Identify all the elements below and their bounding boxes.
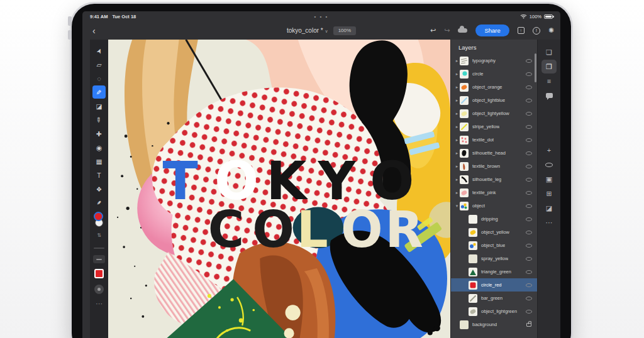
visibility-eye-icon[interactable] bbox=[526, 178, 532, 182]
layer-disclosure-icon[interactable]: ▸ bbox=[454, 72, 460, 77]
visibility-eye-icon[interactable] bbox=[526, 125, 532, 129]
more-options-button[interactable]: ⋯ bbox=[541, 215, 557, 229]
layer-thumbnail[interactable] bbox=[460, 123, 469, 131]
color-chips[interactable] bbox=[92, 212, 106, 228]
layer-row-textile_brown[interactable]: ▸textile_brown bbox=[451, 160, 537, 173]
layer-disclosure-icon[interactable]: ▸ bbox=[454, 164, 460, 169]
settings-gear-icon[interactable]: ✺ bbox=[548, 27, 554, 34]
eraser-tool[interactable]: ◪ bbox=[92, 99, 106, 112]
layer-thumbnail[interactable] bbox=[469, 281, 477, 290]
layer-thumbnail[interactable] bbox=[469, 241, 477, 250]
swap-colors-icon[interactable]: ⇅ bbox=[92, 229, 106, 242]
clone-stamp-tool[interactable]: ◉ bbox=[92, 141, 106, 154]
visibility-eye-icon[interactable] bbox=[526, 191, 532, 195]
visibility-eye-icon[interactable] bbox=[526, 72, 532, 76]
layer-disclosure-icon[interactable]: ▾ bbox=[454, 204, 460, 209]
layer-thumbnail[interactable] bbox=[469, 254, 477, 263]
visibility-eye-icon[interactable] bbox=[526, 138, 532, 142]
layer-disclosure-icon[interactable]: ▸ bbox=[454, 190, 460, 195]
cloud-sync-icon[interactable] bbox=[458, 28, 467, 33]
transform-tool[interactable]: ▱ bbox=[92, 58, 106, 71]
visibility-eye-icon[interactable] bbox=[526, 204, 532, 208]
crop-tool[interactable]: ▦ bbox=[92, 155, 106, 168]
layer-thumbnail[interactable] bbox=[469, 228, 477, 237]
visibility-eye-icon[interactable] bbox=[526, 270, 532, 274]
layer-row-object_orange[interactable]: ▸object_orange bbox=[451, 80, 537, 94]
redo-button[interactable]: ↪ bbox=[444, 27, 450, 34]
layer-thumbnail[interactable] bbox=[460, 70, 469, 79]
healing-tool[interactable]: ✚ bbox=[92, 127, 106, 140]
layer-thumbnail[interactable] bbox=[460, 96, 469, 105]
layer-disclosure-icon[interactable]: ▸ bbox=[454, 138, 460, 143]
layer-thumbnail[interactable] bbox=[460, 188, 469, 197]
layer-row-object_lightgreen[interactable]: object_lightgreen bbox=[451, 305, 537, 318]
layer-thumbnail[interactable] bbox=[460, 320, 469, 329]
layer-disclosure-icon[interactable]: ▸ bbox=[454, 177, 460, 182]
share-button[interactable]: Share bbox=[475, 25, 509, 36]
visibility-eye-icon[interactable] bbox=[526, 283, 532, 287]
layer-thumbnail[interactable] bbox=[460, 162, 469, 171]
layer-disclosure-icon[interactable]: ▸ bbox=[454, 98, 460, 103]
shapes-tool[interactable]: ❖ bbox=[92, 182, 106, 195]
visibility-button[interactable] bbox=[541, 158, 557, 172]
move-tool[interactable]: ➤ bbox=[92, 44, 106, 57]
layer-thumbnail[interactable] bbox=[460, 83, 469, 92]
touch-shortcut-button[interactable] bbox=[94, 285, 104, 294]
layers-compact-view-button[interactable]: ❏ bbox=[541, 45, 557, 59]
layer-thumbnail[interactable] bbox=[460, 175, 469, 184]
layer-row-dripping[interactable]: dripping bbox=[451, 212, 537, 226]
layer-disclosure-icon[interactable]: ▸ bbox=[454, 85, 460, 90]
layer-disclosure-icon[interactable]: ▸ bbox=[454, 124, 460, 129]
brush-settings-button[interactable] bbox=[93, 255, 105, 263]
layer-mask-button[interactable]: ▣ bbox=[541, 172, 557, 186]
layer-disclosure-icon[interactable]: ▸ bbox=[454, 111, 460, 116]
layer-row-object_yellow[interactable]: object_yellow bbox=[451, 226, 537, 239]
layer-row-stripe_yellow[interactable]: ▸stripe_yellow bbox=[451, 120, 537, 133]
visibility-eye-icon[interactable] bbox=[526, 99, 532, 102]
layer-thumbnail[interactable] bbox=[460, 109, 469, 118]
back-button[interactable]: ‹ bbox=[89, 26, 99, 35]
layer-row-object_lightblue[interactable]: ▸object_lightblue bbox=[451, 94, 537, 107]
layer-row-textile_pink[interactable]: ▸textile_pink bbox=[451, 186, 537, 199]
current-color-swatch[interactable] bbox=[94, 269, 104, 278]
layer-row-silhouette_head[interactable]: ▸silhouette_head bbox=[451, 146, 537, 160]
layer-thumbnail[interactable] bbox=[469, 307, 477, 316]
layer-row-spray_yellow[interactable]: spray_yellow bbox=[451, 252, 537, 265]
layer-row-triangle_green[interactable]: triangle_green bbox=[451, 265, 537, 278]
layer-disclosure-icon[interactable]: ▸ bbox=[454, 151, 460, 156]
mixer-brush-tool[interactable]: ✏ bbox=[92, 113, 106, 126]
layers-panel-view-button[interactable]: ❐ bbox=[541, 60, 557, 74]
layer-thumbnail[interactable] bbox=[460, 202, 469, 210]
zoom-level-badge[interactable]: 100% bbox=[333, 26, 356, 35]
layer-row-object_lightyellow[interactable]: ▸object_lightyellow bbox=[451, 107, 537, 120]
comments-button[interactable] bbox=[541, 89, 557, 102]
layers-scrollbar[interactable] bbox=[535, 53, 536, 82]
type-tool[interactable]: T bbox=[92, 168, 106, 182]
visibility-eye-icon[interactable] bbox=[526, 257, 532, 261]
visibility-eye-icon[interactable] bbox=[526, 112, 532, 116]
duplicate-button[interactable]: ⊞ bbox=[541, 187, 557, 200]
toolbar-more-options[interactable]: ⋯ bbox=[92, 297, 106, 310]
document-title[interactable]: tokyo_color * ∨ bbox=[287, 27, 328, 34]
layer-row-circle[interactable]: ▸circle bbox=[451, 67, 537, 80]
eyedropper-tool[interactable]: ✒ bbox=[92, 196, 106, 209]
layer-properties-button[interactable]: ≡ bbox=[541, 74, 557, 88]
layer-row-textile_dot[interactable]: ▸textile_dot bbox=[451, 133, 537, 146]
visibility-eye-icon[interactable] bbox=[526, 231, 532, 234]
layer-thumbnail[interactable] bbox=[460, 57, 469, 65]
layer-row-circle_red[interactable]: circle_red bbox=[451, 278, 537, 292]
layer-row-object_blue[interactable]: object_blue bbox=[451, 239, 537, 252]
layer-thumbnail[interactable] bbox=[469, 294, 477, 303]
undo-button[interactable]: ↩ bbox=[430, 27, 436, 34]
layer-disclosure-icon[interactable]: ▸ bbox=[454, 58, 460, 63]
layer-thumbnail[interactable] bbox=[460, 149, 469, 158]
visibility-eye-icon[interactable] bbox=[526, 244, 532, 248]
layer-row-bar_green[interactable]: bar_green bbox=[451, 292, 537, 305]
visibility-eye-icon[interactable] bbox=[526, 297, 532, 300]
visibility-eye-icon[interactable] bbox=[526, 59, 532, 63]
visibility-eye-icon[interactable] bbox=[526, 217, 532, 221]
visibility-eye-icon[interactable] bbox=[526, 165, 532, 168]
layer-row-typography[interactable]: ▸typography bbox=[451, 54, 537, 67]
layer-row-silhouette_leg[interactable]: ▸silhouette_leg bbox=[451, 173, 537, 186]
visibility-eye-icon[interactable] bbox=[526, 85, 532, 89]
